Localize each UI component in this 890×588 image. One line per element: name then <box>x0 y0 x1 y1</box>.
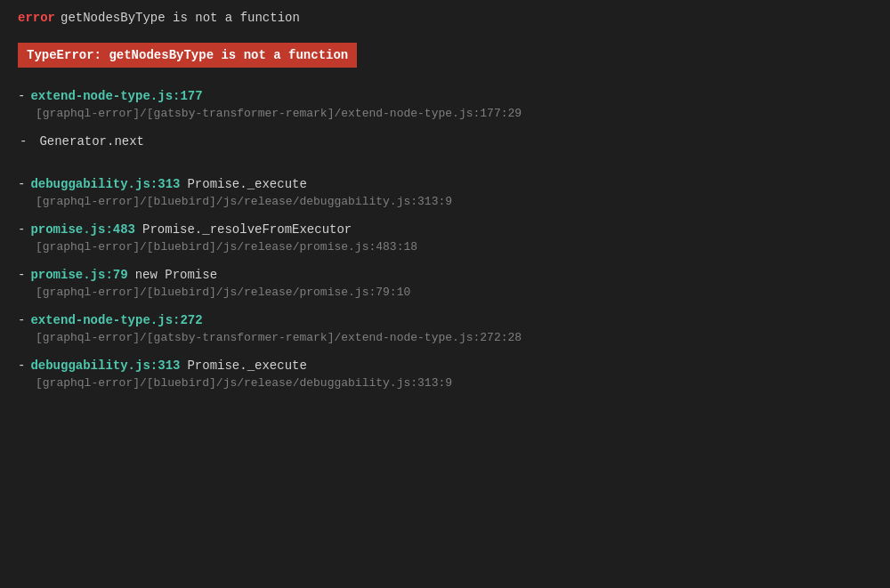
stack-method: Promise._execute <box>187 358 306 373</box>
stack-item: - debuggability.js:313 Promise._execute … <box>18 177 872 208</box>
stack-primary-line: - promise.js:79 new Promise <box>18 268 872 282</box>
dash: - <box>18 268 25 282</box>
dash: - <box>18 358 25 373</box>
stack-file: promise.js:79 <box>30 268 127 282</box>
stack-path: [graphql-error]/[bluebird]/js/release/pr… <box>18 286 872 299</box>
dash: - <box>18 313 25 327</box>
stack-item: - promise.js:79 new Promise [graphql-err… <box>18 268 872 299</box>
stack-item: - extend-node-type.js:272 [graphql-error… <box>18 313 872 344</box>
stack-method: Promise._execute <box>187 177 306 191</box>
stack-file: debuggability.js:313 <box>30 177 180 191</box>
stack-trace: - extend-node-type.js:177 [graphql-error… <box>18 89 872 404</box>
stack-primary-line: - Generator.next <box>18 134 872 149</box>
error-type-box: TypeError: getNodesByType is not a funct… <box>18 43 357 68</box>
dash: - <box>18 89 25 103</box>
dash: - <box>18 222 25 237</box>
dash: - <box>18 177 25 191</box>
stack-primary-line: - promise.js:483 Promise._resolveFromExe… <box>18 222 872 237</box>
stack-file: extend-node-type.js:177 <box>30 89 202 103</box>
stack-file: promise.js:483 <box>30 222 135 237</box>
stack-primary-line: - extend-node-type.js:272 <box>18 313 872 327</box>
stack-primary-line: - extend-node-type.js:177 <box>18 89 872 103</box>
stack-item: - Generator.next <box>18 134 872 163</box>
stack-path: [graphql-error]/[bluebird]/js/release/de… <box>18 376 872 390</box>
stack-file: extend-node-type.js:272 <box>30 313 202 327</box>
stack-path: [graphql-error]/[gatsby-transformer-rema… <box>18 331 872 344</box>
stack-method: Generator.next <box>39 134 144 149</box>
stack-path: [graphql-error]/[gatsby-transformer-rema… <box>18 107 872 120</box>
stack-path: [graphql-error]/[bluebird]/js/release/pr… <box>18 240 872 254</box>
stack-item: - debuggability.js:313 Promise._execute … <box>18 358 872 390</box>
stack-item: - promise.js:483 Promise._resolveFromExe… <box>18 222 872 254</box>
stack-file: debuggability.js:313 <box>30 358 180 373</box>
stack-path: [graphql-error]/[bluebird]/js/release/de… <box>18 195 872 208</box>
header-line: error getNodesByType is not a function <box>18 11 872 25</box>
stack-method: new Promise <box>135 268 217 282</box>
header-message: getNodesByType is not a function <box>61 11 300 25</box>
error-keyword: error <box>18 11 55 25</box>
stack-primary-line: - debuggability.js:313 Promise._execute <box>18 358 872 373</box>
stack-item: - extend-node-type.js:177 [graphql-error… <box>18 89 872 120</box>
stack-method: Promise._resolveFromExecutor <box>142 222 352 237</box>
dash: - <box>20 134 27 149</box>
stack-primary-line: - debuggability.js:313 Promise._execute <box>18 177 872 191</box>
terminal-output: error getNodesByType is not a function T… <box>18 11 872 404</box>
